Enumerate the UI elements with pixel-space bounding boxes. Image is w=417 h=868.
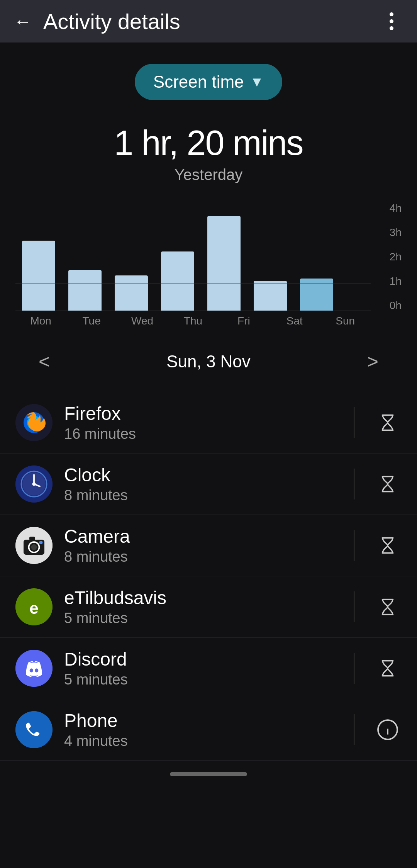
hourglass-icon[interactable] [374,470,402,498]
vertical-divider [354,469,354,499]
app-name: Camera [64,526,334,547]
bar-wed [115,275,148,311]
app-info-camera: Camera8 minutes [64,526,334,565]
hourglass-icon[interactable] [374,654,402,682]
x-label-thu: Thu [168,315,218,327]
app-usage-time: 4 minutes [64,733,334,749]
bottom-nav-bar [0,764,417,788]
home-indicator [170,772,247,776]
bar-chart: 4h 3h 2h 1h 0h MonTueWedThuFriSatSun [0,187,417,327]
bars-container [15,203,340,311]
info-icon[interactable] [374,716,402,744]
app-usage-time: 8 minutes [64,487,334,504]
app-usage-time: 8 minutes [64,549,334,565]
list-item[interactable]: Camera8 minutes [0,515,417,576]
vertical-divider [354,653,354,684]
x-axis-labels: MonTueWedThuFriSatSun [15,315,402,327]
dropdown-container: Screen time ▼ [0,42,417,116]
bar-group-mon [15,203,62,311]
y-label-1h: 1h [390,276,402,287]
app-info-etilbudsavis: eTilbudsavis5 minutes [64,587,334,627]
three-dots-icon [390,12,393,30]
hourglass-icon[interactable] [374,593,402,621]
hourglass-icon[interactable] [374,409,402,437]
list-item[interactable]: Clock8 minutes [0,454,417,515]
overflow-menu-button[interactable] [380,12,403,30]
bar-thu [161,251,194,311]
prev-date-button[interactable]: < [31,347,58,377]
bar-group-fri [201,203,247,311]
list-item[interactable]: Firefox16 minutes [0,392,417,454]
date-navigation: < Sun, 3 Nov > [0,327,417,388]
svg-point-16 [31,544,37,550]
next-date-button[interactable]: > [359,347,386,377]
svg-point-28 [15,711,53,748]
app-icon-clock [15,465,53,503]
app-icon-camera [15,527,53,564]
main-content: Screen time ▼ 1 hr, 20 mins Yesterday 4h [0,42,417,764]
screen-time-dropdown[interactable]: Screen time ▼ [135,64,282,100]
app-icon-phone [15,711,53,748]
app-name: Clock [64,464,334,486]
app-list: Firefox16 minutes Clock8 minutes Camera8… [0,388,417,764]
bar-tue [68,270,102,311]
list-item[interactable]: Discord5 minutes [0,638,417,699]
page-title: Activity details [43,9,380,34]
time-summary: 1 hr, 20 mins Yesterday [0,116,417,187]
bar-mon [22,241,55,311]
app-name: eTilbudsavis [64,587,334,608]
bar-group-wed [108,203,154,311]
bar-group-sat [247,203,293,311]
y-label-4h: 4h [390,203,402,214]
vertical-divider [354,407,354,438]
header: ← Activity details [0,0,417,42]
app-icon-etilbudsavis: e [15,588,53,625]
y-label-3h: 3h [390,227,402,238]
app-usage-time: 5 minutes [64,610,334,627]
chevron-down-icon: ▼ [250,74,264,90]
dropdown-label: Screen time [153,72,244,92]
app-icon-discord [15,650,53,687]
x-label-sun: Sun [320,315,371,327]
svg-point-18 [39,541,43,544]
bar-group-sun [293,203,340,311]
x-label-mon: Mon [15,315,66,327]
y-label-2h: 2h [390,251,402,262]
app-info-phone: Phone4 minutes [64,710,334,749]
bar-group-thu [154,203,201,311]
app-usage-time: 5 minutes [64,671,334,688]
svg-point-10 [32,482,36,486]
y-label-0h: 0h [390,300,402,311]
x-label-sat: Sat [269,315,320,327]
svg-text:e: e [29,599,38,617]
app-icon-firefox [15,404,53,441]
app-name: Phone [64,710,334,731]
svg-rect-17 [29,537,35,540]
back-button[interactable]: ← [14,12,32,30]
app-name: Discord [64,649,334,670]
app-info-clock: Clock8 minutes [64,464,334,504]
bar-group-tue [62,203,108,311]
x-label-wed: Wed [117,315,168,327]
app-name: Firefox [64,403,334,424]
bar-fri [207,216,241,311]
vertical-divider [354,714,354,745]
x-label-tue: Tue [66,315,117,327]
total-time-value: 1 hr, 20 mins [0,123,417,163]
bar-sat [254,281,287,311]
list-item[interactable]: e eTilbudsavis5 minutes [0,576,417,638]
app-usage-time: 16 minutes [64,426,334,442]
app-info-discord: Discord5 minutes [64,649,334,688]
vertical-divider [354,530,354,561]
current-date-label: Sun, 3 Nov [166,352,251,371]
vertical-divider [354,591,354,622]
bar-sun [300,279,333,311]
time-period-label: Yesterday [0,166,417,183]
app-info-firefox: Firefox16 minutes [64,403,334,442]
list-item[interactable]: Phone4 minutes [0,699,417,761]
x-label-fri: Fri [219,315,269,327]
chart-area: 4h 3h 2h 1h 0h [15,203,402,311]
hourglass-icon[interactable] [374,532,402,559]
y-axis-labels: 4h 3h 2h 1h 0h [373,203,402,311]
